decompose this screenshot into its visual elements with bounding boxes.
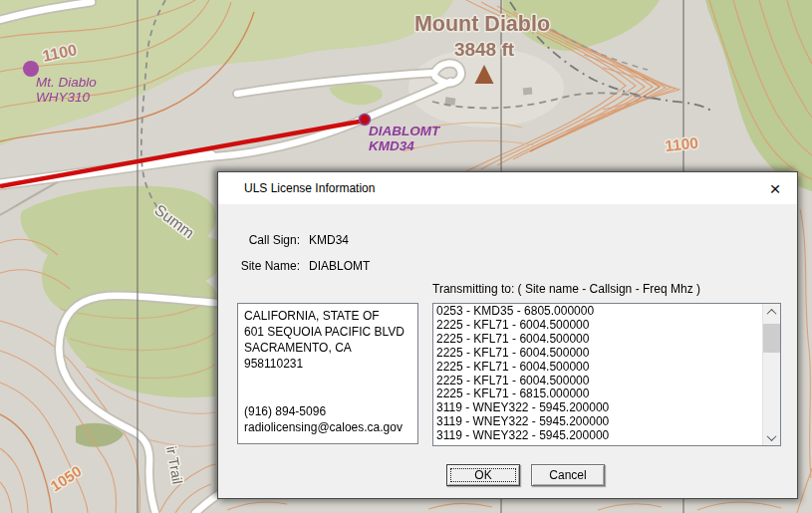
transmission-row[interactable]: 2225 - KFL71 - 6815.000000 [436,387,762,401]
close-button[interactable]: × [753,172,797,204]
transmission-row[interactable]: 2225 - KFL71 - 6004.500000 [436,347,762,361]
station-why310-callsign-label: WHY310 [36,90,91,105]
uls-license-dialog: ULS License Information × Call Sign: KMD… [217,171,798,499]
licensee-line [244,372,417,387]
peak-name-label: Mount Diablo [414,12,550,36]
chevron-down-icon [767,431,777,441]
callsign-field: Call Sign: KMD34 [234,233,349,247]
scroll-down-button[interactable] [763,429,780,445]
dialog-titlebar[interactable]: ULS License Information × [218,172,797,204]
station-kmd34-name-label: DIABLOMT [369,124,441,138]
sitename-label: Site Name: [234,259,300,273]
listbox-scrollbar[interactable] [762,304,780,445]
licensee-line [244,387,417,403]
app-window: Mount Diablo 3848 ft Mt. Diablo WHY310 D… [0,0,812,513]
transmission-row[interactable]: 3119 - WNEY322 - 5945.200000 [436,415,762,429]
ok-button-label: OK [474,468,491,482]
licensee-line: CALIFORNIA, STATE OF [244,308,417,324]
licensee-line: radiolicensing@caloes.ca.gov [244,419,417,435]
transmissions-listbox[interactable]: 0253 - KMD35 - 6805.0000002225 - KFL71 -… [432,303,781,446]
contour-label-1100-right: 1100 [665,134,699,154]
transmission-row[interactable]: 2225 - KFL71 - 6004.500000 [436,361,762,375]
peak-elevation-label: 3848 ft [454,39,515,60]
ok-button[interactable]: OK [446,464,520,486]
sitename-field: Site Name: DIABLOMT [234,259,370,273]
transmission-row[interactable]: 3119 - WNEY322 - 5945.200000 [436,429,762,443]
licensee-line: (916) 894-5096 [244,403,417,419]
scroll-up-button[interactable] [763,304,780,320]
transmission-row[interactable]: 2225 - KFL71 - 6004.500000 [436,333,762,347]
licensee-info-box: CALIFORNIA, STATE OF601 SEQUOIA PACIFIC … [237,303,418,444]
sitename-value: DIABLOMT [309,259,370,273]
transmission-row[interactable]: 2225 - KFL71 - 6004.500000 [436,319,762,333]
scrollbar-thumb[interactable] [763,324,780,353]
station-kmd34-callsign-label: KMD34 [369,138,414,153]
callsign-label: Call Sign: [234,233,300,247]
station-why310-name-label: Mt. Diablo [36,75,97,90]
transmitting-to-label: Transmitting to: ( Site name - Callsign … [432,282,700,296]
transmission-row[interactable]: 0253 - KMD35 - 6805.000000 [436,305,762,319]
cancel-button-label: Cancel [549,468,586,482]
licensee-line: 958110231 [244,356,417,372]
cancel-button[interactable]: Cancel [531,464,605,486]
transmission-row[interactable]: 2225 - KFL71 - 6004.500000 [436,375,762,388]
close-icon: × [769,179,780,198]
chevron-up-icon [767,308,777,318]
transmission-row[interactable]: 3119 - WNEY322 - 5945.200000 [436,401,762,415]
dialog-title: ULS License Information [244,181,375,195]
licensee-line: SACRAMENTO, CA [244,340,417,356]
transmissions-rows: 0253 - KMD35 - 6805.0000002225 - KFL71 -… [433,305,762,443]
licensee-line: 601 SEQUOIA PACIFIC BLVD [244,324,417,340]
callsign-value: KMD34 [309,233,349,247]
